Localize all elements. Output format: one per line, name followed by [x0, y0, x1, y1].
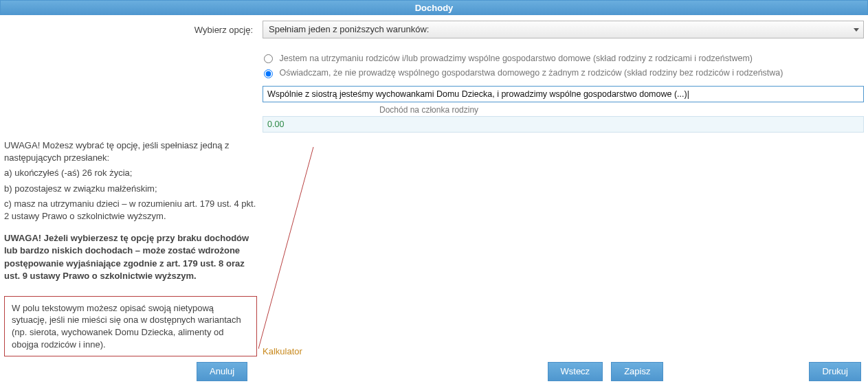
radio-option-1[interactable]: Jestem na utrzymaniu rodziców i/lub prow… — [263, 52, 864, 67]
note-warn: UWAGA! Jeżeli wybierzesz tę opcję przy b… — [4, 232, 257, 282]
radio-group: Jestem na utrzymaniu rodziców i/lub prow… — [263, 52, 864, 82]
radio-1-input[interactable] — [264, 54, 273, 63]
left-notes: UWAGA! Możesz wybrać tę opcję, jeśli spe… — [4, 139, 257, 282]
note-b: b) pozostajesz w związku małżeńskim; — [4, 183, 257, 195]
note-intro: UWAGA! Możesz wybrać tę opcję, jeśli spe… — [4, 139, 257, 164]
kalkulator-link[interactable]: Kalkulator — [263, 346, 302, 356]
panel-header: Dochody — [0, 0, 868, 15]
kalkulator-text: Kalkulator — [263, 346, 302, 356]
income-value-box: 0.00 — [263, 116, 864, 133]
income-value: 0.00 — [267, 120, 284, 129]
option-select[interactable]: Spełniam jeden z poniższych warunków: — [263, 21, 864, 38]
income-label: Dochód na członka rodziny — [379, 105, 864, 115]
anuluj-button[interactable]: Anuluj — [197, 362, 247, 381]
drukuj-button[interactable]: Drukuj — [809, 362, 861, 381]
radio-1-label: Jestem na utrzymaniu rodziców i/lub prow… — [279, 54, 752, 63]
note-a: a) ukończyłeś (-aś) 26 rok życia; — [4, 167, 257, 179]
description-box: W polu tekstowym możesz opisać swoją nie… — [4, 296, 257, 356]
right-column: Spełniam jeden z poniższych warunków: Je… — [263, 21, 864, 356]
button-bar: Anuluj Wstecz Zapisz Drukuj — [0, 358, 868, 386]
select-value: Spełniam jeden z poniższych warunków: — [269, 24, 429, 34]
radio-2-label: Oświadczam, że nie prowadzę wspólnego go… — [279, 68, 783, 78]
dochody-panel: Dochody Wybierz opcję: UWAGA! Możesz wyb… — [0, 0, 868, 386]
select-label: Wybierz opcję: — [4, 21, 257, 35]
radio-2-input[interactable] — [264, 69, 273, 78]
note-c: c) masz na utrzymaniu dzieci – w rozumie… — [4, 198, 257, 223]
panel-title: Dochody — [415, 3, 454, 13]
chevron-down-icon — [854, 28, 859, 32]
left-column: Wybierz opcję: UWAGA! Możesz wybrać tę o… — [4, 21, 263, 356]
panel-body: Wybierz opcję: UWAGA! Możesz wybrać tę o… — [0, 15, 868, 358]
radio-option-2[interactable]: Oświadczam, że nie prowadzę wspólnego go… — [263, 67, 864, 81]
zapisz-button[interactable]: Zapisz — [611, 362, 663, 381]
wstecz-button[interactable]: Wstecz — [548, 362, 603, 381]
situation-text-input[interactable] — [263, 86, 864, 102]
description-text: W polu tekstowym możesz opisać swoją nie… — [12, 303, 241, 350]
